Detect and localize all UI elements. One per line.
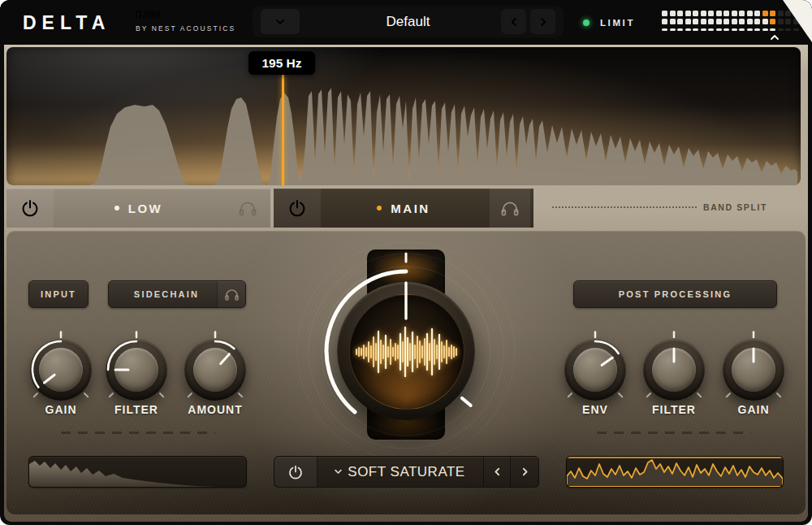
meter-cell: [685, 28, 691, 31]
meter-cell: [739, 28, 745, 31]
meter-cell: [708, 19, 714, 24]
meter-cell: [662, 19, 667, 24]
gain-knob-right[interactable]: [715, 331, 793, 409]
meter-cell: [770, 28, 775, 31]
knob-indicator: [556, 331, 634, 409]
band-spectrum-thumbnail: [28, 456, 247, 488]
spectrum-curve: [6, 47, 801, 185]
meter-cell: [670, 11, 676, 16]
meter-cell: [754, 11, 760, 16]
meter-cell: [708, 28, 714, 31]
main-solo-button[interactable]: [490, 189, 530, 228]
frequency-readout: 195 Hz: [248, 51, 315, 75]
meter-cell: [739, 19, 745, 24]
knob-label: GAIN: [715, 403, 793, 416]
power-icon: [287, 464, 304, 480]
input-button[interactable]: INPUT: [28, 280, 89, 308]
main-drive-knob[interactable]: [337, 282, 475, 420]
meter-cell: [732, 19, 737, 24]
saturation-next-button[interactable]: [510, 457, 538, 487]
meter-cell: [701, 28, 706, 31]
low-solo-button[interactable]: [230, 189, 266, 228]
preset-bar: Default: [253, 6, 564, 37]
post-waveform-curve: [567, 457, 783, 487]
saturation-power-button[interactable]: [274, 457, 317, 487]
meter-cell: [677, 28, 683, 31]
chevron-right-icon: [537, 15, 550, 28]
meter-cell: [723, 19, 729, 24]
sidechain-button[interactable]: SIDECHAIN: [108, 280, 246, 308]
meter-cell: [677, 11, 683, 16]
gain-knob-left[interactable]: [22, 331, 100, 409]
knob-indicator: [22, 331, 100, 409]
meter-cell: [662, 11, 667, 16]
meter-cell: [762, 28, 768, 31]
meter-cell: [739, 11, 745, 16]
env-knob[interactable]: [556, 331, 634, 409]
chevron-left-icon: [508, 15, 520, 28]
low-band-dot: [114, 206, 119, 210]
meter-cell: [701, 19, 706, 24]
knob-label: ENV: [556, 403, 634, 416]
saturation-selector: SOFT SATURATE: [274, 456, 539, 488]
sidechain-button-label: SIDECHAIN: [134, 289, 199, 299]
meter-cell: [723, 11, 729, 16]
frequency-cursor[interactable]: [282, 75, 284, 185]
preset-next-button[interactable]: [530, 9, 555, 34]
divider-dashes: [61, 432, 215, 434]
meter-cell: [732, 28, 737, 31]
meter-cell: [747, 28, 753, 31]
knob-indicator: [97, 331, 175, 409]
output-meter: [662, 11, 799, 33]
knob-indicator: [715, 331, 793, 409]
meter-cell: [685, 19, 691, 24]
meter-row: [662, 11, 799, 16]
knob-indicator: [635, 331, 713, 409]
sidechain-listen-button[interactable]: [217, 281, 245, 307]
meter-cell: [662, 28, 667, 31]
tab-band-main[interactable]: MAIN: [274, 189, 533, 228]
meter-cell: [770, 11, 775, 16]
post-waveform-thumbnail: [566, 456, 784, 488]
meter-cell: [685, 11, 691, 16]
chevron-left-icon: [491, 466, 503, 478]
band-split-label[interactable]: BAND SPLIT: [703, 202, 767, 212]
filter-knob-left[interactable]: [97, 331, 175, 409]
meter-cell: [747, 11, 753, 16]
headphones-icon: [224, 288, 240, 302]
preset-prev-button[interactable]: [501, 9, 526, 34]
meter-cell: [732, 11, 737, 16]
limit-toggle[interactable]: LIMIT: [583, 0, 635, 45]
amount-knob[interactable]: [176, 331, 254, 409]
headphones-icon: [238, 200, 257, 217]
meter-caret-icon[interactable]: [770, 34, 780, 41]
plugin-window: DELTA BY NEST ACOUSTICS Default: [0, 0, 812, 525]
knob-label: GAIN: [22, 403, 100, 416]
filter-knob-right[interactable]: [635, 331, 713, 409]
headphones-icon: [500, 200, 520, 217]
spectrum-display[interactable]: 195 Hz: [6, 47, 801, 185]
meter-cell: [670, 28, 676, 31]
meter-cell: [762, 19, 768, 24]
drive-waveform: [350, 295, 464, 409]
knob-label: AMOUNT: [176, 403, 254, 416]
post-processing-button[interactable]: POST PROCESSING: [573, 280, 777, 308]
knob-label: FILTER: [635, 403, 713, 416]
corner-fold: [783, 0, 812, 42]
tab-band-low[interactable]: LOW: [6, 189, 270, 228]
knob-label: FILTER: [97, 403, 175, 416]
logo: DELTA: [23, 12, 110, 34]
meter-cell: [754, 19, 760, 24]
post-processing-label: POST PROCESSING: [619, 289, 732, 299]
low-band-name: LOW: [128, 202, 163, 215]
divider-dashes: [597, 432, 751, 434]
top-bar: DELTA BY NEST ACOUSTICS Default: [0, 0, 812, 45]
saturation-menu-button[interactable]: [325, 457, 351, 487]
main-band-name: MAIN: [391, 202, 430, 215]
saturation-prev-button[interactable]: [483, 457, 511, 487]
brand-text: BY NEST ACOUSTICS: [136, 24, 235, 33]
meter-cell: [708, 11, 714, 16]
meter-cell: [747, 19, 753, 24]
knob-indicator: [176, 331, 254, 409]
meter-cell: [754, 28, 760, 31]
